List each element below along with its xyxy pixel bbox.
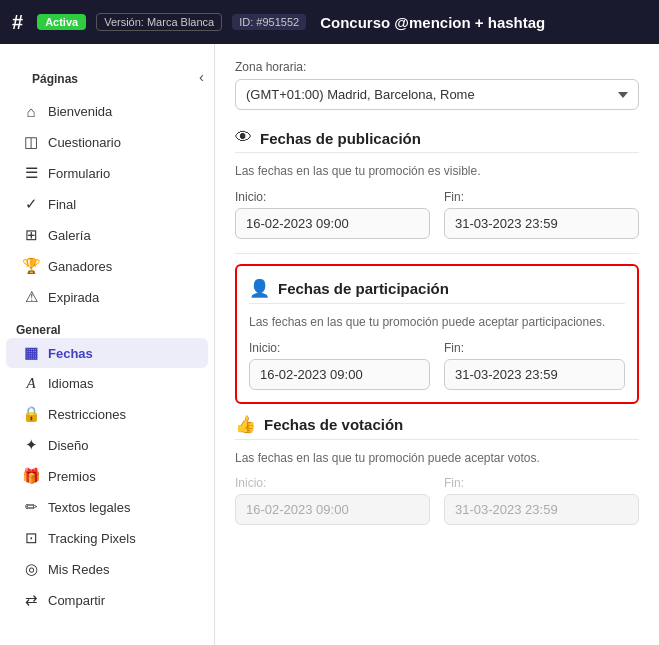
section-participacion-desc: Las fechas en las que tu promoción puede… [249, 314, 625, 331]
pages-section-title: Páginas [16, 66, 94, 90]
sidebar-item-galeria[interactable]: ⊞ Galería [6, 220, 208, 250]
sidebar-collapse-button[interactable]: ‹ [199, 68, 204, 85]
premios-icon: 🎁 [22, 467, 40, 485]
status-badge-activa: Activa [37, 14, 86, 30]
sidebar-item-label: Bienvenida [48, 104, 112, 119]
section-votacion-desc: Las fechas en las que tu promoción puede… [235, 450, 639, 467]
section-publicacion-header: 👁 Fechas de publicación [235, 128, 639, 148]
participacion-date-row: Inicio: Fin: [249, 341, 625, 390]
sidebar-item-label: Expirada [48, 290, 99, 305]
person-icon: 👤 [249, 278, 270, 299]
section-votacion-header: 👍 Fechas de votación [235, 414, 639, 435]
votacion-fin-label: Fin: [444, 476, 639, 490]
sidebar-pages-header: Páginas ‹ [0, 56, 214, 96]
sidebar-item-label: Cuestionario [48, 135, 121, 150]
votacion-inicio-label: Inicio: [235, 476, 430, 490]
participacion-inicio-group: Inicio: [249, 341, 430, 390]
publicacion-inicio-label: Inicio: [235, 190, 430, 204]
publicacion-fin-input[interactable] [444, 208, 639, 239]
sidebar-item-label: Diseño [48, 438, 88, 453]
mis-redes-icon: ◎ [22, 560, 40, 578]
sidebar-item-label: Idiomas [48, 376, 94, 391]
fechas-icon: ▦ [22, 344, 40, 362]
sidebar-item-label: Premios [48, 469, 96, 484]
home-icon: ⌂ [22, 103, 40, 120]
sidebar-item-idiomas[interactable]: A Idiomas [6, 369, 208, 398]
campaign-title: Concurso @mencion + hashtag [320, 14, 545, 31]
sidebar-item-label: Restricciones [48, 407, 126, 422]
sidebar-item-formulario[interactable]: ☰ Formulario [6, 158, 208, 188]
sidebar-item-mis-redes[interactable]: ◎ Mis Redes [6, 554, 208, 584]
participacion-inicio-input[interactable] [249, 359, 430, 390]
sidebar-item-final[interactable]: ✓ Final [6, 189, 208, 219]
section-participacion-header: 👤 Fechas de participación [249, 278, 625, 299]
timezone-section: Zona horaria: (GMT+01:00) Madrid, Barcel… [235, 60, 639, 110]
sidebar-item-diseno[interactable]: ✦ Diseño [6, 430, 208, 460]
participacion-fin-input[interactable] [444, 359, 625, 390]
section-votacion: 👍 Fechas de votación Las fechas en las q… [235, 414, 639, 540]
body-container: Páginas ‹ ⌂ Bienvenida ◫ Cuestionario ☰ … [0, 44, 659, 645]
tracking-pixels-icon: ⊡ [22, 529, 40, 547]
votacion-inicio-input [235, 494, 430, 525]
timezone-label: Zona horaria: [235, 60, 639, 74]
sidebar-item-label: Compartir [48, 593, 105, 608]
app-header: # Activa Versión: Marca Blanca ID: #9515… [0, 0, 659, 44]
sidebar-item-premios[interactable]: 🎁 Premios [6, 461, 208, 491]
cuestionario-icon: ◫ [22, 133, 40, 151]
timezone-select[interactable]: (GMT+01:00) Madrid, Barcelona, Rome [235, 79, 639, 110]
diseno-icon: ✦ [22, 436, 40, 454]
sidebar-item-cuestionario[interactable]: ◫ Cuestionario [6, 127, 208, 157]
publicacion-inicio-input[interactable] [235, 208, 430, 239]
general-section-title: General [0, 317, 77, 341]
votacion-fin-input [444, 494, 639, 525]
sidebar-item-label: Galería [48, 228, 91, 243]
votacion-date-row: Inicio: Fin: [235, 476, 639, 525]
sidebar-item-compartir[interactable]: ⇄ Compartir [6, 585, 208, 615]
main-content: Zona horaria: (GMT+01:00) Madrid, Barcel… [215, 44, 659, 645]
sidebar-item-label: Ganadores [48, 259, 112, 274]
sidebar-item-label: Fechas [48, 346, 93, 361]
participacion-fin-group: Fin: [444, 341, 625, 390]
votacion-fin-group: Fin: [444, 476, 639, 525]
sidebar-item-textos-legales[interactable]: ✏ Textos legales [6, 492, 208, 522]
sidebar-item-restricciones[interactable]: 🔒 Restricciones [6, 399, 208, 429]
participacion-inicio-label: Inicio: [249, 341, 430, 355]
logo-hash: # [12, 11, 23, 34]
section-publicacion: 👁 Fechas de publicación Las fechas en la… [235, 128, 639, 254]
general-section: General [0, 322, 214, 337]
expirada-icon: ⚠ [22, 288, 40, 306]
formulario-icon: ☰ [22, 164, 40, 182]
votacion-inicio-group: Inicio: [235, 476, 430, 525]
sidebar-pages-items: ⌂ Bienvenida ◫ Cuestionario ☰ Formulario… [0, 97, 214, 312]
restricciones-icon: 🔒 [22, 405, 40, 423]
sidebar-item-tracking-pixels[interactable]: ⊡ Tracking Pixels [6, 523, 208, 553]
sidebar-item-expirada[interactable]: ⚠ Expirada [6, 282, 208, 312]
sidebar: Páginas ‹ ⌂ Bienvenida ◫ Cuestionario ☰ … [0, 44, 215, 645]
sidebar-item-ganadores[interactable]: 🏆 Ganadores [6, 251, 208, 281]
sidebar-item-bienvenida[interactable]: ⌂ Bienvenida [6, 97, 208, 126]
final-icon: ✓ [22, 195, 40, 213]
sidebar-item-label: Formulario [48, 166, 110, 181]
thumbsup-icon: 👍 [235, 414, 256, 435]
section-participacion: 👤 Fechas de participación Las fechas en … [235, 264, 639, 404]
sidebar-item-label: Tracking Pixels [48, 531, 136, 546]
sidebar-item-fechas[interactable]: ▦ Fechas [6, 338, 208, 368]
eye-icon: 👁 [235, 128, 252, 148]
galeria-icon: ⊞ [22, 226, 40, 244]
sidebar-item-label: Mis Redes [48, 562, 109, 577]
sidebar-item-label: Final [48, 197, 76, 212]
sidebar-item-label: Textos legales [48, 500, 130, 515]
publicacion-fin-label: Fin: [444, 190, 639, 204]
publicacion-fin-group: Fin: [444, 190, 639, 239]
section-publicacion-title: Fechas de publicación [260, 130, 421, 147]
ganadores-icon: 🏆 [22, 257, 40, 275]
section-publicacion-desc: Las fechas en las que tu promoción es vi… [235, 163, 639, 180]
version-badge: Versión: Marca Blanca [96, 13, 222, 31]
idiomas-icon: A [22, 375, 40, 392]
participacion-fin-label: Fin: [444, 341, 625, 355]
publicacion-inicio-group: Inicio: [235, 190, 430, 239]
textos-legales-icon: ✏ [22, 498, 40, 516]
compartir-icon: ⇄ [22, 591, 40, 609]
section-votacion-title: Fechas de votación [264, 416, 403, 433]
id-badge: ID: #951552 [232, 14, 306, 30]
